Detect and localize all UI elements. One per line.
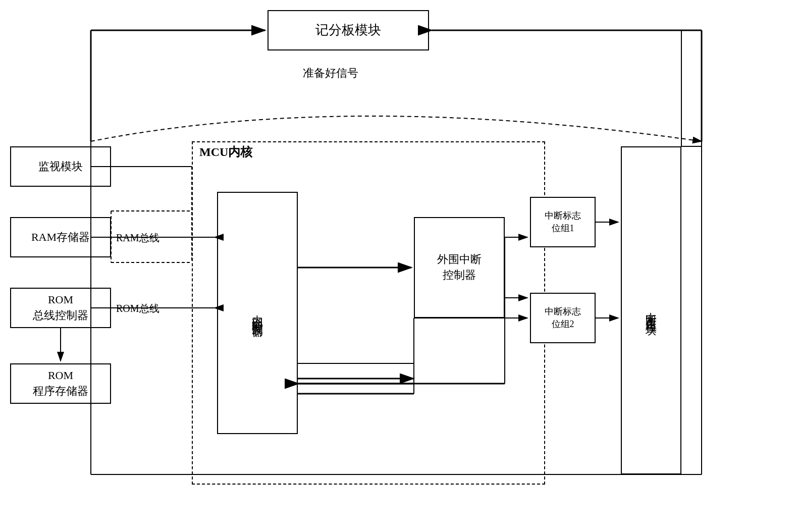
int-flag-1-label: 中断标志位组1 <box>545 209 581 235</box>
ram-bus-label: RAM总线 <box>116 231 159 245</box>
int-flag-2-box: 中断标志位组2 <box>530 293 596 343</box>
rom-bus-ctrl-label: ROM总线控制器 <box>33 292 88 324</box>
peripheral-interrupt-label: 外围中断控制器 <box>437 252 482 283</box>
diagram-container: 记分板模块 准备好信号 MCU内核 监视模块 RAM存储器 ROM总线控制器 R… <box>0 0 799 532</box>
monitor-box: 监视模块 <box>10 146 111 187</box>
scoreboard-label: 记分板模块 <box>315 21 381 39</box>
rom-prog-label: ROM程序存储器 <box>33 368 88 399</box>
int-generator-box: 中断产生器模块 <box>621 146 681 474</box>
rom-bus-ctrl-box: ROM总线控制器 <box>10 288 111 328</box>
internal-interrupt-box: 内部中断控制器 <box>217 192 298 434</box>
mcu-core-label: MCU内核 <box>199 144 252 160</box>
int-generator-label: 中断产生器模块 <box>644 303 659 317</box>
ram-storage-box: RAM存储器 <box>10 217 111 257</box>
internal-interrupt-label: 内部中断控制器 <box>250 306 265 320</box>
int-flag-1-box: 中断标志位组1 <box>530 197 596 247</box>
rom-prog-box: ROM程序存储器 <box>10 363 111 404</box>
int-flag-2-label: 中断标志位组2 <box>545 305 581 331</box>
scoreboard-box: 记分板模块 <box>268 10 429 50</box>
peripheral-interrupt-box: 外围中断控制器 <box>414 217 505 318</box>
rom-bus-label: ROM总线 <box>116 302 159 315</box>
ready-signal-label: 准备好信号 <box>303 66 358 81</box>
